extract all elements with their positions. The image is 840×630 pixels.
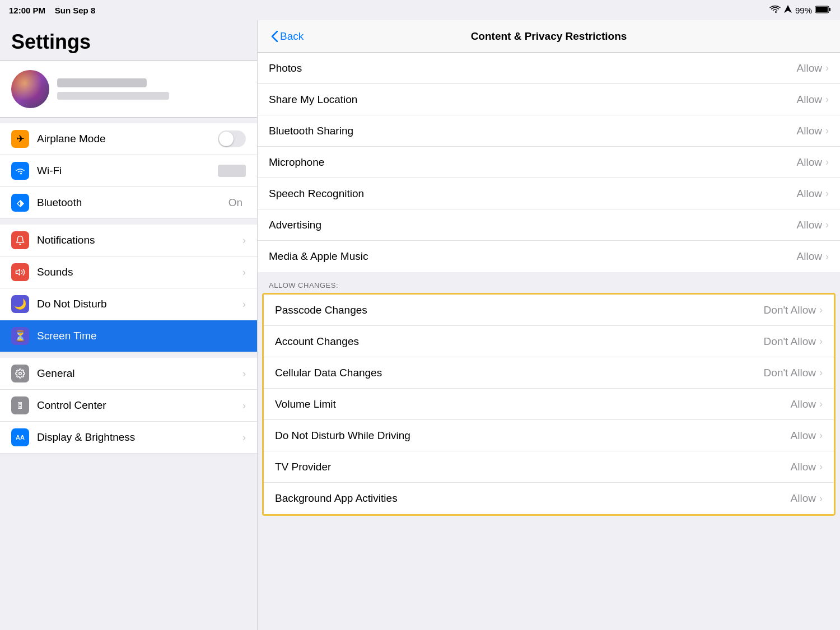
status-time-date: 12:00 PM Sun Sep 8 — [9, 6, 95, 15]
back-button[interactable]: Back — [271, 30, 304, 43]
bluetooth-value: On — [228, 197, 242, 209]
photos-row[interactable]: Photos Allow › — [258, 53, 840, 84]
sidebar-item-display-brightness[interactable]: AA Display & Brightness › — [0, 422, 257, 454]
sidebar-item-sounds[interactable]: Sounds › — [0, 256, 257, 288]
chevron-right-icon: › — [825, 251, 829, 263]
toggle-knob — [219, 132, 234, 146]
row-value: Don't Allow — [764, 304, 816, 316]
row-label: Media & Apple Music — [269, 250, 797, 263]
sidebar-item-label: Airplane Mode — [37, 133, 218, 145]
airplane-mode-icon: ✈ — [11, 130, 29, 148]
svg-point-4 — [19, 372, 22, 375]
row-label: Speech Recognition — [269, 188, 797, 200]
row-value: Don't Allow — [764, 335, 816, 348]
do-not-disturb-icon: 🌙 — [11, 295, 29, 313]
status-bar: 12:00 PM Sun Sep 8 99% — [0, 0, 840, 20]
profile-section[interactable] — [0, 61, 257, 118]
sidebar: Settings ✈ Airplane Mode — [0, 20, 258, 630]
battery-icon — [815, 6, 831, 15]
row-value: Allow — [797, 156, 822, 169]
row-label: Do Not Disturb While Driving — [275, 430, 791, 442]
sidebar-item-bluetooth[interactable]: ⬗ Bluetooth On — [0, 187, 257, 219]
chevron-right-icon: › — [819, 335, 823, 347]
control-center-icon: 🎛 — [11, 396, 29, 414]
share-location-row[interactable]: Share My Location Allow › — [258, 84, 840, 115]
sidebar-item-notifications[interactable]: Notifications › — [0, 225, 257, 256]
sidebar-item-label: Notifications — [37, 234, 242, 246]
chevron-right-icon: › — [819, 398, 823, 410]
row-label: Volume Limit — [275, 398, 791, 410]
notifications-icon — [11, 231, 29, 249]
chevron-right-icon: › — [819, 430, 823, 441]
chevron-right-icon: › — [242, 368, 246, 380]
main-layout: Settings ✈ Airplane Mode — [0, 20, 840, 630]
row-value: Don't Allow — [764, 367, 816, 379]
chevron-right-icon: › — [242, 267, 246, 278]
row-label: Bluetooth Sharing — [269, 125, 797, 137]
row-value: Allow — [791, 430, 816, 442]
profile-name-blur — [57, 78, 147, 87]
sidebar-item-label: Bluetooth — [37, 197, 228, 209]
row-value: Allow — [797, 250, 822, 263]
general-icon — [11, 365, 29, 382]
sidebar-item-control-center[interactable]: 🎛 Control Center › — [0, 390, 257, 422]
media-apple-music-row[interactable]: Media & Apple Music Allow › — [258, 241, 840, 272]
account-changes-row[interactable]: Account Changes Don't Allow › — [264, 326, 834, 357]
display-icon: AA — [11, 428, 29, 446]
allow-changes-section: ALLOW CHANGES: Passcode Changes Don't Al… — [258, 272, 840, 516]
sidebar-item-label: Display & Brightness — [37, 431, 242, 444]
top-section: Photos Allow › Share My Location Allow ›… — [258, 53, 840, 272]
row-label: Photos — [269, 62, 797, 74]
highlighted-allow-changes: Passcode Changes Don't Allow › Account C… — [262, 293, 836, 516]
row-label: Account Changes — [275, 335, 764, 348]
chevron-right-icon: › — [819, 367, 823, 379]
background-app-activities-row[interactable]: Background App Activities Allow › — [264, 483, 834, 514]
row-value: Allow — [797, 94, 822, 106]
row-value: Allow — [791, 461, 816, 473]
profile-text — [57, 78, 169, 100]
sidebar-item-do-not-disturb[interactable]: 🌙 Do Not Disturb › — [0, 288, 257, 320]
sidebar-item-label: Do Not Disturb — [37, 298, 242, 310]
row-value: Allow — [797, 125, 822, 137]
cellular-data-changes-row[interactable]: Cellular Data Changes Don't Allow › — [264, 357, 834, 389]
status-time: 12:00 PM — [9, 6, 45, 15]
do-not-disturb-driving-row[interactable]: Do Not Disturb While Driving Allow › — [264, 420, 834, 451]
chevron-right-icon: › — [825, 125, 829, 137]
chevron-right-icon: › — [819, 461, 823, 473]
battery-percent: 99% — [795, 6, 812, 15]
content-area: Photos Allow › Share My Location Allow ›… — [258, 53, 840, 630]
microphone-row[interactable]: Microphone Allow › — [258, 147, 840, 178]
row-value: Allow — [797, 219, 822, 231]
airplane-toggle[interactable] — [218, 130, 246, 147]
sidebar-item-wifi[interactable]: Wi-Fi — [0, 155, 257, 187]
speech-recognition-row[interactable]: Speech Recognition Allow › — [258, 178, 840, 209]
row-value: Allow — [791, 398, 816, 410]
tv-provider-row[interactable]: TV Provider Allow › — [264, 451, 834, 483]
chevron-right-icon: › — [242, 400, 246, 412]
sidebar-item-screen-time[interactable]: ⏳ Screen Time — [0, 320, 257, 352]
svg-rect-2 — [816, 7, 828, 12]
row-label: Microphone — [269, 156, 797, 169]
sidebar-item-label: Wi-Fi — [37, 165, 218, 177]
sidebar-item-label: Control Center — [37, 399, 242, 412]
nav-title: Content & Privacy Restrictions — [471, 30, 627, 43]
bluetooth-icon: ⬗ — [11, 194, 29, 212]
bluetooth-sharing-row[interactable]: Bluetooth Sharing Allow › — [258, 115, 840, 147]
volume-limit-row[interactable]: Volume Limit Allow › — [264, 389, 834, 420]
allow-changes-header: ALLOW CHANGES: — [258, 272, 840, 293]
sidebar-item-general[interactable]: General › — [0, 358, 257, 390]
chevron-right-icon: › — [825, 94, 829, 105]
row-label: Cellular Data Changes — [275, 367, 764, 379]
sidebar-item-airplane-mode[interactable]: ✈ Airplane Mode — [0, 123, 257, 155]
sidebar-item-label: General — [37, 367, 242, 380]
chevron-right-icon: › — [819, 493, 823, 505]
back-label: Back — [280, 30, 304, 43]
wifi-value — [218, 165, 246, 177]
passcode-changes-row[interactable]: Passcode Changes Don't Allow › — [264, 295, 834, 326]
wifi-item-icon — [11, 162, 29, 180]
top-settings-list: Photos Allow › Share My Location Allow ›… — [258, 53, 840, 272]
advertising-row[interactable]: Advertising Allow › — [258, 209, 840, 241]
row-label: Passcode Changes — [275, 304, 764, 316]
row-label: Share My Location — [269, 94, 797, 106]
row-value: Allow — [797, 62, 822, 74]
